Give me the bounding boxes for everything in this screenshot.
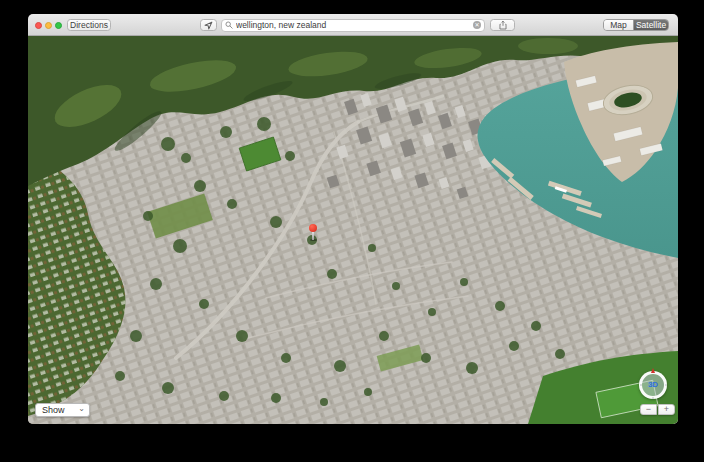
satellite-imagery [28,36,678,424]
location-arrow-icon [204,21,213,30]
compass-south-tick [653,397,654,399]
show-menu-label: Show [42,406,78,415]
screen-background: Directions ✕ [0,0,704,462]
compass-north-needle-icon [651,368,655,373]
share-icon [499,20,507,30]
close-button[interactable] [35,22,42,29]
pin-stem [312,231,314,240]
zoom-out-button[interactable]: − [640,404,657,415]
satellite-view-button[interactable]: Satellite [634,20,668,30]
share-button[interactable] [490,19,515,31]
search-icon [225,21,233,29]
toolbar: Directions ✕ [28,14,678,36]
directions-button[interactable]: Directions [67,19,111,31]
compass-3d-control[interactable]: 3D [639,371,667,399]
zoom-controls: − + [640,404,675,415]
map-canvas[interactable]: Show ⌄ 3D − + [28,36,678,424]
show-menu-button[interactable]: Show ⌄ [35,403,90,417]
compass-west-tick [640,385,642,386]
search-field[interactable]: ✕ [221,19,485,32]
compass-3d-label: 3D [648,381,658,389]
current-location-button[interactable] [200,19,217,31]
map-view-button[interactable]: Map [604,20,634,30]
map-pin[interactable] [309,224,317,232]
chevron-down-icon: ⌄ [78,405,85,413]
pin-head [309,224,317,232]
view-toggle: Map Satellite [603,19,669,31]
fullscreen-button[interactable] [55,22,62,29]
zoom-in-button[interactable]: + [658,404,675,415]
maps-window: Directions ✕ [28,14,678,424]
minimize-button[interactable] [45,22,52,29]
compass-east-tick [665,385,667,386]
search-input[interactable] [233,20,473,30]
clear-search-icon[interactable]: ✕ [473,21,481,29]
